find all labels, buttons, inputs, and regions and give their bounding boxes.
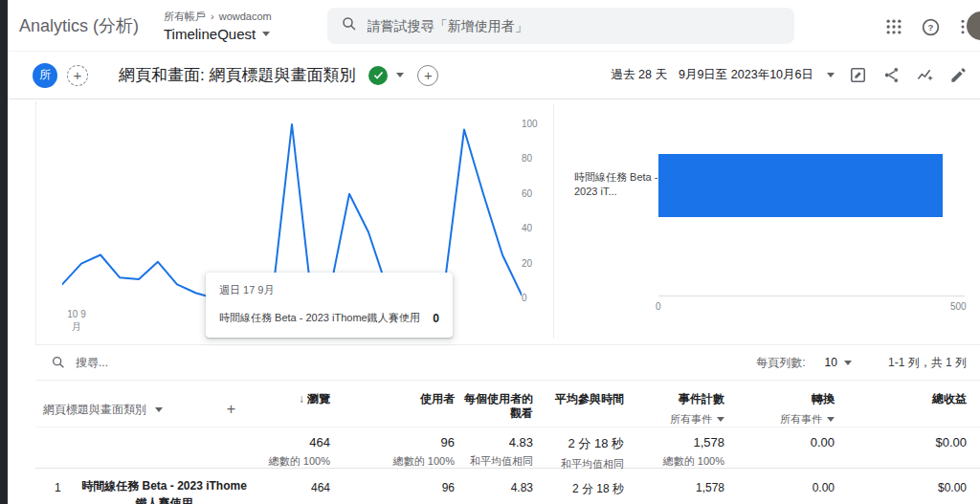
chevron-down-icon [262, 32, 270, 36]
chart-tooltip: 週日 17 9月 時間線任務 Beta - 2023 iThome鐵人賽使用 0 [206, 273, 453, 338]
rows-per-page-select[interactable]: 10 [825, 356, 837, 369]
totals-cell: $0.00 [835, 435, 967, 471]
event-filter-select[interactable]: 所有事件 [624, 412, 724, 427]
totals-cell: 96總數的 100% [330, 435, 455, 471]
date-range-picker[interactable]: 過去 28 天 9月9日至 2023年10月6日 [612, 67, 835, 83]
column-header-conversions[interactable]: 轉換 所有事件 [724, 392, 835, 427]
y-axis-tick: 60 [522, 188, 532, 199]
row-value-conversions: 0.00 [724, 475, 835, 504]
breadcrumb-property-group[interactable]: wowdacom [219, 11, 272, 22]
column-header-views[interactable]: ↓瀏覽 [251, 392, 330, 427]
row-dimension-cell: 1 時間線任務 Beta - 2023 iThome鐵人賽使用 [43, 475, 251, 504]
row-value-views-per-user: 4.83 [455, 475, 533, 504]
sort-desc-icon: ↓ [299, 392, 304, 405]
totals-dimension-cell [43, 435, 251, 471]
chart-divider [553, 104, 554, 339]
date-range-value: 9月9日至 2023年10月6日 [679, 67, 813, 83]
tooltip-row: 時間線任務 Beta - 2023 iThome鐵人賽使用 0 [219, 311, 439, 325]
y-axis-tick: 40 [522, 223, 532, 233]
apps-grid-icon[interactable] [882, 15, 905, 38]
row-value-users: 96 [330, 475, 455, 504]
report-table: 網頁標題與畫面類別 + ↓瀏覽 使用者 每個使用者的觀看 平均參與時間 事件計數… [35, 381, 980, 504]
date-range-label: 過去 28 天 [612, 67, 667, 83]
row-value-event-count: 1,578 [624, 475, 724, 504]
add-metric-button[interactable]: + [417, 65, 438, 86]
row-value-total-revenue: $0.00 [835, 475, 967, 504]
column-header-avg-engagement[interactable]: 平均參與時間 [533, 392, 624, 427]
column-header-views-per-user[interactable]: 每個使用者的觀看 [455, 392, 533, 427]
chevron-down-icon [827, 417, 835, 422]
x-axis-tick: 10 9月 [65, 308, 88, 333]
customize-report-icon[interactable] [847, 65, 868, 86]
y-axis-tick: 0 [522, 293, 527, 303]
column-header-total-revenue[interactable]: 總收益 [835, 392, 967, 427]
dimension-header-label[interactable]: 網頁標題與畫面類別 [43, 402, 146, 418]
window-edge-strip [0, 0, 8, 504]
bar-x-axis [658, 296, 965, 296]
bar-category-label: 時間線任務 Beta - 2023 iT... [574, 170, 662, 199]
table-search-icon [51, 355, 66, 370]
segment-chip[interactable]: 所 [33, 63, 57, 88]
pagination-status: 1-1 列，共 1 列 [888, 355, 967, 371]
rows-per-page-caret-icon[interactable] [844, 361, 852, 365]
property-name: TimelineQuest [164, 26, 256, 42]
breadcrumb-account[interactable]: 所有帳戶 [164, 10, 206, 24]
bar-axis-tick: 500 [950, 301, 967, 312]
saved-check-icon[interactable] [368, 66, 388, 85]
y-axis-tick: 100 [522, 119, 538, 129]
totals-cell: 2 分 18 秒和平均值相同 [533, 435, 624, 471]
row-page-title: 時間線任務 Beta - 2023 iThome鐵人賽使用 [78, 475, 251, 504]
column-header-users[interactable]: 使用者 [330, 392, 455, 427]
breadcrumb[interactable]: 所有帳戶 › wowdacom [164, 10, 272, 24]
add-comparison-button[interactable]: + [67, 65, 88, 86]
add-dimension-button[interactable]: + [227, 401, 235, 418]
search-icon [341, 15, 358, 36]
chevron-down-icon [717, 417, 724, 422]
column-header-event-count[interactable]: 事件計數 所有事件 [624, 392, 724, 427]
global-search[interactable] [327, 8, 794, 44]
edit-pencil-icon[interactable] [947, 65, 969, 86]
y-axis-tick: 20 [522, 258, 532, 269]
dimension-caret-icon[interactable] [155, 407, 163, 412]
report-state-caret-icon[interactable] [396, 73, 404, 77]
top-app-bar: Analytics (分析) 所有帳戶 › wowdacom TimelineQ… [8, 0, 980, 52]
table-header-row: 網頁標題與畫面類別 + ↓瀏覽 使用者 每個使用者的觀看 平均參與時間 事件計數… [35, 381, 980, 427]
search-input[interactable] [368, 18, 781, 33]
totals-cell: 464總數的 100% [251, 435, 330, 471]
table-row: 1 時間線任務 Beta - 2023 iThome鐵人賽使用 464 96 4… [35, 469, 980, 504]
dimension-header[interactable]: 網頁標題與畫面類別 + [43, 392, 251, 427]
totals-cell: 1,578總數的 100% [624, 435, 724, 471]
table-totals-row: 464總數的 100% 96總數的 100% 4.83和平均值相同 2 分 18… [35, 427, 980, 469]
tooltip-series-name: 時間線任務 Beta - 2023 iThome鐵人賽使用 [219, 311, 420, 325]
pagination-controls: 每頁列數: 10 1-1 列，共 1 列 [756, 355, 980, 371]
account-switcher[interactable]: 所有帳戶 › wowdacom TimelineQuest [164, 10, 272, 42]
conversion-filter-select[interactable]: 所有事件 [724, 412, 835, 427]
line-y-axis: 100806040200 [522, 99, 552, 344]
property-selector[interactable]: TimelineQuest [164, 26, 272, 42]
insights-icon[interactable] [914, 65, 935, 86]
table-controls: 每頁列數: 10 1-1 列，共 1 列 [35, 344, 980, 381]
report-title: 網頁和畫面: 網頁標題與畫面類別 [119, 64, 355, 86]
help-icon[interactable]: ? [919, 15, 942, 38]
totals-cell: 0.00 [724, 435, 835, 471]
bar-chart[interactable] [658, 154, 965, 217]
y-axis-tick: 80 [522, 153, 532, 164]
share-icon[interactable] [880, 65, 902, 86]
totals-cell: 4.83和平均值相同 [455, 435, 533, 471]
svg-text:?: ? [927, 22, 933, 33]
analytics-app: Analytics (分析) 所有帳戶 › wowdacom TimelineQ… [8, 0, 980, 504]
tooltip-date: 週日 17 9月 [219, 283, 439, 297]
charts-panel: 100806040200 10 9月 17 時間線任務 Beta - 2023 … [8, 99, 980, 344]
analytics-logo[interactable]: Analytics (分析) [19, 14, 139, 37]
bar-rect[interactable] [658, 154, 943, 217]
row-value-avg-engagement: 2 分 18 秒 [533, 475, 624, 504]
breadcrumb-separator: › [211, 11, 214, 22]
report-toolbar: 所 + 網頁和畫面: 網頁標題與畫面類別 + 過去 28 天 9月9日至 202… [8, 52, 980, 99]
date-caret-icon [827, 73, 835, 77]
rows-per-page-label: 每頁列數: [756, 355, 805, 371]
row-index: 1 [43, 475, 72, 504]
tooltip-value: 0 [433, 312, 439, 325]
bar-axis-tick: 0 [656, 301, 661, 312]
table-search-input[interactable] [76, 356, 305, 369]
row-value-views: 464 [251, 475, 330, 504]
